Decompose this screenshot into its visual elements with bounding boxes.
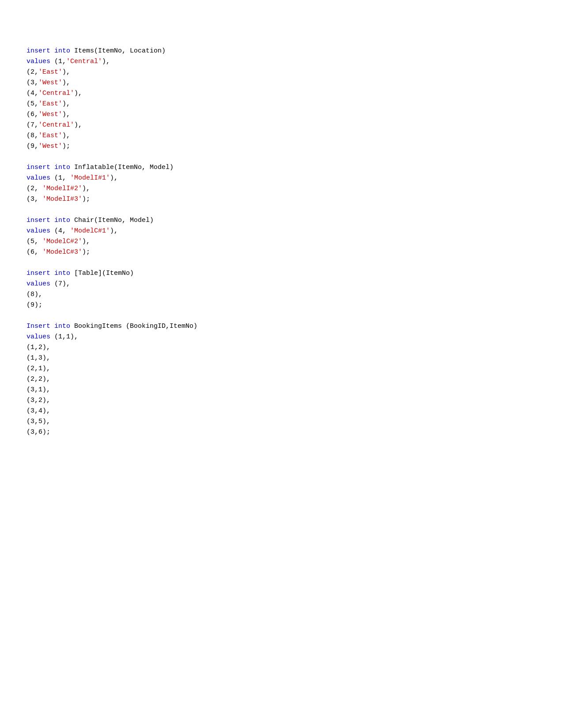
string-token: 'ModelI#2'	[42, 185, 82, 192]
normal-token: ),	[62, 100, 70, 108]
sql-code-editor: insert into Items(ItemNo, Location)value…	[26, 35, 537, 438]
code-section-chair-insert: insert into Chair(ItemNo, Model)values (…	[26, 215, 537, 258]
normal-token: (4,	[26, 90, 38, 97]
code-line: (3,5),	[26, 417, 537, 427]
code-section-bookingitems-insert: Insert into BookingItems (BookingID,Item…	[26, 321, 537, 438]
code-line: values (1, 'ModelI#1'),	[26, 173, 537, 184]
normal-token: (3,6);	[26, 428, 50, 436]
code-line: values (1,'Central'),	[26, 56, 537, 67]
normal-token: (3,	[26, 195, 42, 203]
normal-token	[50, 323, 54, 330]
code-line: (8,'East'),	[26, 131, 537, 141]
normal-token: BookingItems (BookingID,ItemNo)	[70, 323, 197, 330]
code-line: insert into [Table](ItemNo)	[26, 268, 537, 279]
code-line: (3, 'ModelI#3');	[26, 194, 537, 205]
normal-token: ),	[82, 238, 90, 245]
code-line: (2,2),	[26, 374, 537, 385]
string-token: 'Central'	[38, 121, 74, 129]
keyword-token: into	[54, 164, 70, 171]
normal-token: ),	[62, 132, 70, 139]
string-token: 'ModelC#3'	[42, 248, 82, 256]
string-token: 'West'	[38, 143, 62, 150]
code-line: Insert into BookingItems (BookingID,Item…	[26, 321, 537, 332]
normal-token: ),	[62, 79, 70, 86]
normal-token: Chair(ItemNo, Model)	[70, 217, 154, 224]
code-line: (9);	[26, 300, 537, 311]
keyword-token: into	[54, 47, 70, 55]
normal-token	[50, 164, 54, 171]
code-line: (5, 'ModelC#2'),	[26, 236, 537, 247]
normal-token: (8,	[26, 132, 38, 139]
normal-token: (3,5),	[26, 418, 50, 425]
normal-token	[50, 47, 54, 55]
normal-token: (7,	[26, 121, 38, 129]
normal-token: ),	[82, 185, 90, 192]
code-line: (8),	[26, 289, 537, 300]
keyword-token: values	[26, 174, 50, 182]
normal-token: (3,2),	[26, 397, 50, 404]
code-line: values (4, 'ModelC#1'),	[26, 226, 537, 236]
normal-token: (6,	[26, 248, 42, 256]
normal-token: (2,	[26, 68, 38, 76]
normal-token: (1,	[50, 58, 66, 65]
keyword-token: values	[26, 227, 50, 235]
normal-token: (9,	[26, 143, 38, 150]
code-line: (2,1),	[26, 364, 537, 374]
code-line: (7,'Central'),	[26, 120, 537, 131]
string-token: 'East'	[38, 100, 62, 108]
keyword-token: values	[26, 333, 50, 341]
normal-token: (9);	[26, 301, 42, 309]
normal-token: (2,	[26, 185, 42, 192]
code-line: values (1,1),	[26, 332, 537, 342]
keyword-token: insert	[26, 47, 50, 55]
code-line: (1,3),	[26, 353, 537, 364]
normal-token: (5,	[26, 238, 42, 245]
normal-token: (2,1),	[26, 365, 50, 372]
normal-token: ),	[62, 111, 70, 118]
code-line: (6, 'ModelC#3');	[26, 247, 537, 258]
string-token: 'ModelC#2'	[42, 238, 82, 245]
normal-token: (1,1),	[50, 333, 78, 341]
code-line: values (7),	[26, 279, 537, 289]
string-token: 'Central'	[66, 58, 102, 65]
normal-token: ),	[62, 68, 70, 76]
string-token: 'East'	[38, 132, 62, 139]
normal-token: (1,3),	[26, 354, 50, 362]
normal-token: ),	[110, 174, 118, 182]
code-line: (6,'West'),	[26, 109, 537, 120]
keyword-token: into	[54, 217, 70, 224]
normal-token: );	[82, 248, 90, 256]
normal-token: [Table](ItemNo)	[70, 270, 134, 277]
normal-token: (3,	[26, 79, 38, 86]
code-line: (3,1),	[26, 385, 537, 395]
code-line: (3,'West'),	[26, 78, 537, 88]
normal-token: (6,	[26, 111, 38, 118]
normal-token: (2,2),	[26, 375, 50, 383]
code-line: (4,'Central'),	[26, 88, 537, 99]
code-line: (5,'East'),	[26, 99, 537, 109]
string-token: 'West'	[38, 111, 62, 118]
code-line: (3,4),	[26, 406, 537, 417]
string-token: 'ModelI#3'	[42, 195, 82, 203]
code-section-table-insert: insert into [Table](ItemNo)values (7),(8…	[26, 268, 537, 311]
code-line: (2,'East'),	[26, 67, 537, 78]
normal-token: (3,1),	[26, 386, 50, 394]
keyword-token: Insert	[26, 323, 50, 330]
normal-token	[50, 270, 54, 277]
normal-token: );	[82, 195, 90, 203]
string-token: 'West'	[38, 79, 62, 86]
code-line: insert into Items(ItemNo, Location)	[26, 46, 537, 56]
keyword-token: insert	[26, 270, 50, 277]
code-line: insert into Chair(ItemNo, Model)	[26, 215, 537, 226]
keyword-token: into	[54, 323, 70, 330]
keyword-token: insert	[26, 164, 50, 171]
normal-token: ),	[102, 58, 110, 65]
code-line: insert into Inflatable(ItemNo, Model)	[26, 162, 537, 173]
normal-token: (5,	[26, 100, 38, 108]
code-line: (9,'West');	[26, 141, 537, 152]
code-line: (3,6);	[26, 427, 537, 438]
code-line: (2, 'ModelI#2'),	[26, 184, 537, 194]
normal-token: ),	[74, 90, 82, 97]
normal-token	[50, 217, 54, 224]
code-line: (1,2),	[26, 342, 537, 353]
